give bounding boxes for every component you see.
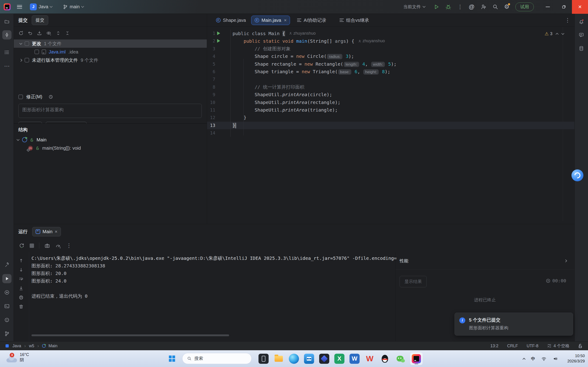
file-encoding[interactable]: UTF-8	[527, 344, 538, 348]
prev-warning-icon[interactable]	[556, 33, 559, 36]
run-tab-main[interactable]: Main ×	[32, 227, 61, 236]
version-control-tool-icon[interactable]	[2, 329, 11, 338]
changes-checkbox[interactable]	[25, 41, 29, 46]
refresh-icon[interactable]	[18, 31, 24, 36]
run-tab-close-icon[interactable]: ×	[55, 229, 57, 234]
notification-toast[interactable]: i 5 个文件已提交 图形面积计算器重构	[455, 313, 573, 335]
search-everywhere-icon[interactable]	[493, 4, 498, 10]
commit-history-clock-icon[interactable]	[48, 94, 53, 99]
qq-icon[interactable]	[380, 354, 390, 364]
ai-assistant-icon[interactable]: @	[469, 3, 474, 10]
build-tool-icon[interactable]	[2, 260, 11, 269]
unlocked-icon[interactable]	[578, 344, 582, 348]
tab-ai-notes[interactable]: AI协助记录	[294, 15, 330, 25]
database-tool-icon[interactable]	[577, 44, 586, 53]
code-line-14[interactable]: 14	[207, 129, 574, 137]
code-line-8[interactable]: 8 // 统一计算并打印面积	[207, 83, 574, 91]
main-menu-icon[interactable]	[17, 5, 22, 9]
print-icon[interactable]	[17, 293, 25, 302]
chevron-right-icon[interactable]	[564, 259, 567, 262]
file-explorer-icon[interactable]	[274, 354, 284, 364]
microsoft-store-icon[interactable]	[304, 354, 314, 364]
word-icon[interactable]: W	[349, 354, 360, 364]
unversioned-group-row[interactable]: 未进行版本管理的文件 9 个文件	[14, 56, 207, 64]
commit-tab[interactable]: 提交	[32, 15, 48, 25]
console-output[interactable]: C:\Users\朱彦硕\.jdks\openjdk-25.0.2\bin\ja…	[32, 255, 397, 300]
taskbar-app-dark-icon[interactable]	[259, 354, 269, 364]
run-more-options-icon[interactable]: ⋮	[66, 242, 72, 249]
code-with-me-icon[interactable]	[480, 4, 486, 10]
window-close-button[interactable]: ✕	[572, 0, 588, 14]
amend-checkbox[interactable]	[18, 95, 23, 99]
preview-diff-eye-icon[interactable]	[46, 31, 52, 36]
shelve-icon[interactable]	[37, 31, 42, 36]
up-stack-icon[interactable]	[17, 256, 25, 265]
run-line-icon[interactable]	[217, 32, 220, 35]
stop-icon[interactable]	[30, 243, 34, 248]
code-line-7[interactable]: 7	[207, 75, 574, 83]
taskbar-clock[interactable]: 10:50 2026/3/29	[567, 353, 585, 364]
down-stack-icon[interactable]	[17, 266, 25, 274]
breadcrumb-project[interactable]: Java	[12, 344, 21, 348]
window-restore-button[interactable]	[556, 0, 572, 14]
unversioned-checkbox[interactable]	[25, 58, 29, 62]
file-checkbox[interactable]	[35, 50, 39, 54]
terminal-tool-icon[interactable]	[2, 302, 11, 311]
tab-close-icon[interactable]: ×	[284, 18, 287, 23]
ai-assistant-floating-button[interactable]	[571, 169, 583, 181]
weather-widget[interactable]: 3 16°C 阴	[6, 352, 29, 362]
tab-main-java[interactable]: C Main.java ×	[251, 16, 290, 25]
soft-wrap-icon[interactable]	[17, 275, 25, 283]
next-warning-icon[interactable]	[561, 32, 564, 35]
tray-expand-chevron-icon[interactable]	[522, 358, 526, 361]
wps-icon[interactable]: W	[365, 354, 375, 364]
taskbar-app-blue-icon[interactable]	[319, 354, 329, 364]
notifications-bell-icon[interactable]	[577, 17, 586, 26]
project-tool-icon[interactable]	[2, 17, 11, 26]
start-button[interactable]	[169, 356, 175, 362]
inspections-widget[interactable]: ⚠ 3	[545, 31, 564, 36]
commit-message-input[interactable]: 图形面积计算器重构	[18, 104, 202, 118]
show-results-button[interactable]: 显示结果	[400, 276, 427, 287]
commit-tool-icon[interactable]	[2, 30, 11, 40]
line-separator[interactable]: CRLF	[507, 344, 518, 348]
code-line-5[interactable]: 5 Shape rectangle = new Rectangle(length…	[207, 60, 574, 68]
code-editor[interactable]: 1public class Main {zhuyanshuo2 public s…	[207, 27, 574, 224]
changes-group-row[interactable]: 更改 1 个文件	[14, 40, 207, 48]
input-method-indicator[interactable]: 中	[531, 356, 535, 361]
code-line-9[interactable]: 9 ShapeUtil.printArea(circle);	[207, 91, 574, 99]
collapse-all-icon[interactable]	[65, 31, 70, 36]
memory-snapshot-camera-icon[interactable]	[44, 243, 50, 249]
problems-tool-icon[interactable]	[2, 315, 11, 325]
indent-setting[interactable]: 4 个空格	[547, 343, 569, 349]
profiler-gauge-icon[interactable]	[55, 243, 61, 249]
excel-icon[interactable]: X	[334, 354, 345, 364]
run-configuration-selector[interactable]: 当前文件	[401, 2, 427, 11]
scroll-to-end-icon[interactable]	[17, 284, 25, 292]
debug-button[interactable]	[445, 4, 451, 10]
breadcrumb-file[interactable]: Main	[49, 344, 57, 348]
rollback-icon[interactable]	[27, 31, 33, 36]
run-line-icon[interactable]	[217, 39, 220, 43]
structure-tool-icon[interactable]	[2, 48, 11, 57]
chevron-down-icon[interactable]	[19, 42, 22, 45]
code-line-6[interactable]: 6 Shape triangle = new Triangle(base: 6,…	[207, 68, 574, 75]
code-line-12[interactable]: 12 }	[207, 114, 574, 121]
project-selector[interactable]: J Java	[27, 2, 54, 11]
settings-button[interactable]: ⚙	[504, 3, 510, 10]
trial-button[interactable]: 试用	[515, 2, 534, 11]
structure-method-row[interactable]: m main(String[]): void	[14, 144, 207, 152]
rerun-icon[interactable]	[19, 243, 25, 249]
taskbar-search[interactable]: 搜索	[182, 353, 252, 364]
more-tool-windows-icon[interactable]: ⋯	[2, 61, 11, 71]
code-line-13[interactable]: 13}	[207, 122, 574, 129]
code-line-4[interactable]: 4 Shape circle = new Circle(radius: 3);	[207, 53, 574, 60]
structure-class-row[interactable]: Main	[14, 136, 207, 144]
changed-file-row[interactable]: Java.iml .idea	[14, 48, 207, 56]
chevron-right-icon[interactable]	[19, 59, 22, 62]
code-line-3[interactable]: 3 // 创建图形对象	[207, 45, 574, 53]
window-minimize-button[interactable]	[540, 0, 556, 14]
run-button[interactable]	[433, 4, 439, 10]
wechat-icon[interactable]	[395, 354, 405, 364]
services-tool-icon[interactable]	[2, 288, 11, 297]
